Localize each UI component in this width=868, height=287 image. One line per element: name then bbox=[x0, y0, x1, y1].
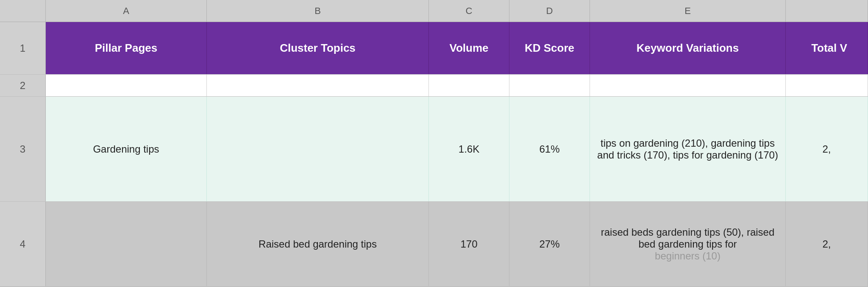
col-header-a: A bbox=[46, 0, 207, 22]
total-v-label: Total V bbox=[806, 25, 847, 71]
header-cell-pillar-pages: Pillar Pages bbox=[46, 22, 207, 74]
row2-cell-d bbox=[509, 75, 590, 96]
row2-cell-b bbox=[207, 75, 429, 96]
column-headers-row: A B C D E bbox=[0, 0, 868, 22]
row3-volume: 1.6K bbox=[429, 97, 509, 201]
row4-keyword-variations: raised beds gardening tips (50), raised … bbox=[590, 202, 786, 286]
header-row: 1 Pillar Pages Cluster Topics Volume KD … bbox=[0, 22, 868, 75]
row2-cell-f bbox=[786, 75, 868, 96]
row4-kd-score: 27% bbox=[509, 202, 590, 286]
spreadsheet: A B C D E 1 Pillar Pages Cluster Topics bbox=[0, 0, 868, 287]
row4-cluster-topic: Raised bed gardening tips bbox=[207, 202, 429, 286]
row-number-1: 1 bbox=[0, 22, 46, 74]
header-cell-cluster-topics: Cluster Topics bbox=[207, 22, 429, 74]
row3-total-partial: 2, bbox=[786, 97, 868, 201]
data-rows: 1 Pillar Pages Cluster Topics Volume KD … bbox=[0, 22, 868, 287]
col-header-f bbox=[786, 0, 868, 22]
header-cell-total-partial: Total V bbox=[786, 22, 868, 74]
row3-kd-score: 61% bbox=[509, 97, 590, 201]
row-3-gardening-tips: 3 Gardening tips 1.6K 61% tips on garden… bbox=[0, 97, 868, 202]
row3-keyword-variations: tips on gardening (210), gardening tips … bbox=[590, 97, 786, 201]
row3-pillar-page: Gardening tips bbox=[46, 97, 207, 201]
header-cell-keyword-variations: Keyword Variations bbox=[590, 22, 786, 74]
header-cell-kd-score: KD Score bbox=[509, 22, 590, 74]
row4-volume: 170 bbox=[429, 202, 509, 286]
col-header-c: C bbox=[429, 0, 509, 22]
corner-cell bbox=[0, 0, 46, 22]
row-number-2: 2 bbox=[0, 75, 46, 96]
row2-cell-a bbox=[46, 75, 207, 96]
row-4-raised-bed: 4 Raised bed gardening tips 170 27% rais… bbox=[0, 202, 868, 287]
row3-cluster-topic bbox=[207, 97, 429, 201]
row4-kw-faded: beginners (10) bbox=[655, 250, 721, 262]
col-header-e: E bbox=[590, 0, 786, 22]
row-number-4: 4 bbox=[0, 202, 46, 286]
row2-cell-e bbox=[590, 75, 786, 96]
header-cell-volume: Volume bbox=[429, 22, 509, 74]
row4-total-partial: 2, bbox=[786, 202, 868, 286]
col-header-d: D bbox=[509, 0, 590, 22]
row4-pillar-page bbox=[46, 202, 207, 286]
col-header-b: B bbox=[207, 0, 429, 22]
row2-cell-c bbox=[429, 75, 509, 96]
row-number-3: 3 bbox=[0, 97, 46, 201]
row-2-empty: 2 bbox=[0, 75, 868, 97]
row4-kw-visible: raised beds gardening tips (50), raised … bbox=[595, 226, 780, 250]
